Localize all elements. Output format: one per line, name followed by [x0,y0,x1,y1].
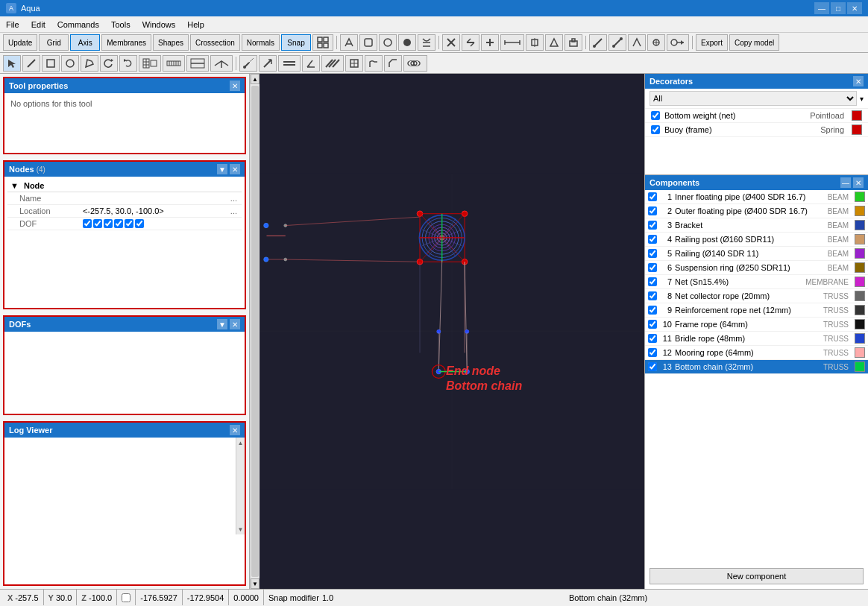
tool-properties-controls[interactable]: ✕ [230,81,240,91]
comp-check-2[interactable] [648,206,657,215]
decorator-filter-select[interactable]: All [650,91,857,106]
log-close-button[interactable]: ✕ [230,425,240,435]
component-item-6[interactable]: 6 Suspension ring (Ø250 SDR11) BEAM [645,261,868,275]
dofs-close-button[interactable]: ✕ [230,319,240,329]
tb-icon16[interactable] [647,34,665,51]
nodes-dropdown-button[interactable]: ▼ [217,164,227,174]
log-scroll-up[interactable]: ▲ [236,438,245,448]
comp-check-7[interactable] [648,277,657,286]
split-tool[interactable] [210,55,233,72]
comp-check-5[interactable] [648,249,657,258]
left-scrollbar[interactable]: ▲ ▼ [250,74,260,589]
grid-button[interactable]: Grid [39,34,69,51]
comp-check-1[interactable] [648,192,657,201]
normals-button[interactable]: Normals [242,34,280,51]
comp-check-8[interactable] [648,291,657,300]
tb-icon4[interactable] [398,34,416,51]
export-button[interactable]: Export [696,34,728,51]
copy-model-button[interactable]: Copy model [729,34,779,51]
dof-check4[interactable] [114,219,123,228]
component-item-2[interactable]: 2 Outer floating pipe (Ø400 SDR 16.7) BE… [645,204,868,218]
comp-check-4[interactable] [648,235,657,244]
angle-tool[interactable] [302,55,320,72]
close-button[interactable]: ✕ [847,2,862,14]
fillet-tool[interactable] [365,55,383,72]
crossection-button[interactable]: Crossection [190,34,240,51]
log-scroll-down[interactable]: ▼ [236,524,245,534]
left-scroll-down[interactable]: ▼ [251,578,260,589]
titlebar-controls[interactable]: — □ ✕ [814,2,862,14]
component-item-8[interactable]: 8 Net collector rope (20mm) TRUSS [645,289,868,303]
chamfer-tool[interactable] [384,55,402,72]
comp-check-11[interactable] [648,334,657,343]
axis-button[interactable]: Axis [70,34,100,51]
tb-icon7[interactable] [462,34,479,51]
menu-windows[interactable]: Windows [136,16,182,32]
canvas-svg[interactable] [260,74,644,589]
menu-help[interactable]: Help [181,16,210,32]
tb-icon10[interactable] [526,34,544,51]
equal-tool[interactable] [278,55,301,72]
component-item-1[interactable]: 1 Inner floating pipe (Ø400 SDR 16.7) BE… [645,190,868,204]
offset-tool[interactable] [321,55,344,72]
measure-tool[interactable] [163,55,185,72]
left-scroll-up[interactable]: ▲ [251,74,260,84]
comp-check-3[interactable] [648,221,657,230]
component-item-3[interactable]: 3 Bracket BEAM [645,218,868,233]
grid2-tool[interactable] [139,55,161,72]
extend-tool[interactable] [259,55,277,72]
components-close-button[interactable]: ✕ [853,177,864,188]
node-name-dots[interactable]: ... [217,192,242,205]
component-item-9[interactable]: 9 Reinforcement rope net (12mm) TRUSS [645,303,868,318]
dof-check1[interactable] [83,219,92,228]
left-scroll-thumb[interactable] [251,86,259,577]
component-item-10[interactable]: 10 Frame rope (64mm) TRUSS [645,318,868,332]
tb-icon13[interactable] [589,34,607,51]
log-controls[interactable]: ✕ [230,425,240,435]
draw-line-tool[interactable] [22,55,40,72]
snap-button[interactable]: Snap [281,34,311,51]
menu-file[interactable]: File [0,16,25,32]
shapes-button[interactable]: Shapes [153,34,189,51]
component-item-7[interactable]: 7 Net (Sn15.4%) MEMBRANE [645,275,868,289]
comp-check-9[interactable] [648,306,657,315]
tb-icon14[interactable] [608,34,626,51]
menu-tools[interactable]: Tools [105,16,136,32]
trim-tool[interactable] [239,55,257,72]
status-checkbox[interactable] [122,593,130,602]
tb-icon11[interactable] [545,34,563,51]
draw-circle-tool[interactable] [61,55,79,72]
canvas-area[interactable]: End node Bottom chain [260,74,644,589]
log-scrollbar[interactable]: ▲ ▼ [236,438,245,534]
cross-tool[interactable] [186,55,209,72]
comp-check-13[interactable] [648,362,657,371]
components-minimize-button[interactable]: — [840,177,851,188]
component-item-11[interactable]: 11 Bridle rope (48mm) TRUSS [645,332,868,346]
select-tool[interactable] [3,55,21,72]
comp-check-10[interactable] [648,320,657,329]
tb-icon12[interactable] [564,34,582,51]
tool-props-close-button[interactable]: ✕ [230,81,240,91]
comp-check-6[interactable] [648,263,657,272]
menu-commands[interactable]: Commands [51,16,105,32]
draw-poly-tool[interactable] [81,55,98,72]
dofs-dropdown-button[interactable]: ▼ [217,319,227,329]
tb-icon17[interactable] [667,34,689,51]
nodes-controls[interactable]: ▼ ✕ [217,164,240,174]
tb-icon5[interactable] [418,34,435,51]
draw-rect-tool[interactable] [42,55,60,72]
dofs-controls[interactable]: ▼ ✕ [217,319,240,329]
component-item-4[interactable]: 4 Railing post (Ø160 SDR11) BEAM [645,233,868,247]
chain-tool[interactable] [403,55,427,72]
membranes-button[interactable]: Membranes [101,34,151,51]
tb-icon1[interactable] [340,34,358,51]
tb-icon3[interactable] [379,34,397,51]
component-item-5[interactable]: 5 Railing (Ø140 SDR 11) BEAM [645,247,868,261]
component-item-12[interactable]: 12 Mooring rope (64mm) TRUSS [645,346,868,360]
update-button[interactable]: Update [3,34,37,51]
tb-icon15[interactable] [628,34,646,51]
dof-check2[interactable] [93,219,102,228]
dof-check5[interactable] [125,219,133,228]
component-item-13[interactable]: 13 Bottom chain (32mm) TRUSS [645,360,868,374]
comp-check-12[interactable] [648,348,657,357]
